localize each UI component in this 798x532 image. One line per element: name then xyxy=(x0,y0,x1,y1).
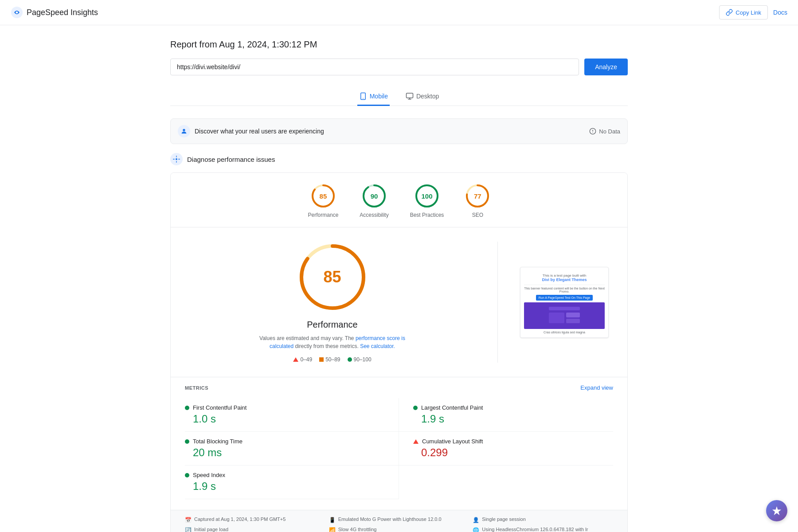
footer-browser-text: Using HeadlessChromium 126.0.6478.182 wi… xyxy=(482,527,588,532)
svg-point-7 xyxy=(593,132,593,133)
fcp-name: First Contentful Paint xyxy=(193,404,246,411)
score-item-best-practices[interactable]: 100 Best Practices xyxy=(410,184,444,218)
tbt-indicator xyxy=(185,439,189,444)
accessibility-label: Accessibility xyxy=(360,212,388,218)
score-item-accessibility[interactable]: 90 Accessibility xyxy=(360,184,388,218)
best-practices-label: Best Practices xyxy=(410,212,444,218)
si-value: 1.9 s xyxy=(193,480,384,493)
url-input[interactable] xyxy=(170,59,579,75)
footer-session-text: Single page session xyxy=(482,516,525,522)
metrics-grid: First Contentful Paint 1.0 s Largest Con… xyxy=(185,398,613,499)
footer-emulated-text: Emulated Moto G Power with Lighthouse 12… xyxy=(338,516,442,522)
expand-view-button[interactable]: Expand view xyxy=(580,384,613,391)
signal-icon: 📶 xyxy=(329,527,336,532)
score-legend: 0–49 50–89 90–100 xyxy=(293,356,371,363)
wrench-icon xyxy=(173,156,180,163)
url-bar: Analyze xyxy=(170,59,628,75)
accessibility-score-value: 90 xyxy=(371,192,378,200)
tbt-value: 20 ms xyxy=(193,446,384,459)
analyze-button[interactable]: Analyze xyxy=(584,59,628,75)
average-icon xyxy=(319,357,324,362)
cls-indicator xyxy=(413,439,419,444)
score-item-performance[interactable]: 85 Performance xyxy=(308,184,339,218)
score-row: 85 Performance 90 Accessibility xyxy=(171,173,627,227)
legend-good: 90–100 xyxy=(348,356,372,363)
legend-average: 50–89 xyxy=(319,356,340,363)
discover-text: Discover what your real users are experi… xyxy=(195,128,324,135)
svg-rect-20 xyxy=(549,307,580,310)
fcp-indicator xyxy=(185,406,189,410)
footer-info: 📅 Captured at Aug 1, 2024, 1:30 PM GMT+5… xyxy=(171,510,627,532)
screenshot-preview: This is a test page built with Divi by E… xyxy=(520,267,609,338)
metric-cls-name-row: Cumulative Layout Shift xyxy=(413,438,613,445)
pagespeed-logo xyxy=(11,6,23,19)
diagnose-icon xyxy=(170,153,183,165)
diagnose-title: Diagnose performance issues xyxy=(187,156,275,163)
si-indicator xyxy=(185,473,189,477)
footer-session: 👤 Single page session xyxy=(473,516,613,523)
legend-fail-range: 0–49 xyxy=(300,356,312,363)
footer-captured-text: Captured at Aug 1, 2024, 1:30 PM GMT+5 xyxy=(194,516,286,522)
info-icon xyxy=(589,128,596,135)
best-practices-score-value: 100 xyxy=(422,192,433,200)
fail-icon xyxy=(293,357,298,362)
device-tabs: Mobile Desktop xyxy=(170,88,628,106)
link-icon xyxy=(726,9,733,16)
footer-page-load: 🔄 Initial page load xyxy=(185,527,325,532)
metric-si: Speed Index 1.9 s xyxy=(185,466,399,499)
big-performance-value: 85 xyxy=(323,268,341,286)
calendar-icon: 📅 xyxy=(185,517,192,523)
metrics-header: METRICS Expand view xyxy=(185,384,613,391)
ai-button[interactable] xyxy=(766,500,787,521)
good-icon xyxy=(348,357,352,362)
seo-score-value: 77 xyxy=(474,192,481,200)
seo-circle: 77 xyxy=(465,184,490,208)
docs-link[interactable]: Docs xyxy=(773,9,787,16)
svg-rect-3 xyxy=(406,93,413,98)
footer-throttling: 📶 Slow 4G throttling xyxy=(329,527,469,532)
tab-desktop[interactable]: Desktop xyxy=(404,88,441,106)
discover-banner: Discover what your real users are experi… xyxy=(170,118,628,144)
best-practices-circle: 100 xyxy=(415,184,439,208)
svg-point-4 xyxy=(183,129,185,131)
user-icon: 👤 xyxy=(473,517,479,523)
legend-average-range: 50–89 xyxy=(325,356,340,363)
metric-cls: Cumulative Layout Shift 0.299 xyxy=(399,432,613,466)
copy-link-button[interactable]: Copy Link xyxy=(719,5,768,20)
divider xyxy=(497,242,498,363)
performance-circle: 85 xyxy=(311,184,336,208)
performance-left: 85 Performance Values are estimated and … xyxy=(185,242,480,363)
ai-icon xyxy=(771,505,782,516)
svg-rect-23 xyxy=(566,319,580,323)
metric-tbt: Total Blocking Time 20 ms xyxy=(185,432,399,466)
cls-name: Cumulative Layout Shift xyxy=(422,438,483,445)
svg-rect-21 xyxy=(549,313,564,323)
performance-detail: 85 Performance Values are estimated and … xyxy=(171,227,627,377)
banner-left: Discover what your real users are experi… xyxy=(178,125,324,137)
seo-label: SEO xyxy=(472,212,483,218)
lcp-indicator xyxy=(413,406,418,410)
report-title: Report from Aug 1, 2024, 1:30:12 PM xyxy=(170,39,628,50)
legend-good-range: 90–100 xyxy=(354,356,372,363)
metric-fcp: First Contentful Paint 1.0 s xyxy=(185,398,399,432)
metric-lcp-name-row: Largest Contentful Paint xyxy=(413,404,613,411)
screenshot-top-text: This is a test page built with Divi by E… xyxy=(524,271,605,285)
no-data-label: No Data xyxy=(599,128,620,135)
metric-si-name-row: Speed Index xyxy=(185,472,384,478)
footer-emulated: 📱 Emulated Moto G Power with Lighthouse … xyxy=(329,516,469,523)
score-item-seo[interactable]: 77 SEO xyxy=(465,184,490,218)
screenshot-image xyxy=(524,302,605,329)
performance-right: This is a test page built with Divi by E… xyxy=(516,242,613,363)
perf-calc-link2[interactable]: See calculator. xyxy=(360,343,395,349)
header: PageSpeed Insights Copy Link Docs xyxy=(0,0,798,25)
person-icon xyxy=(180,128,188,135)
legend-fail: 0–49 xyxy=(293,356,312,363)
app-title: PageSpeed Insights xyxy=(27,8,98,17)
screenshot-svg xyxy=(547,305,582,327)
metrics-section: METRICS Expand view First Contentful Pai… xyxy=(171,377,627,510)
tab-mobile[interactable]: Mobile xyxy=(357,88,390,106)
main-content: Report from Aug 1, 2024, 1:30:12 PM Anal… xyxy=(160,25,638,532)
desktop-icon xyxy=(406,92,414,100)
header-left: PageSpeed Insights xyxy=(11,6,98,19)
svg-point-8 xyxy=(176,158,177,160)
